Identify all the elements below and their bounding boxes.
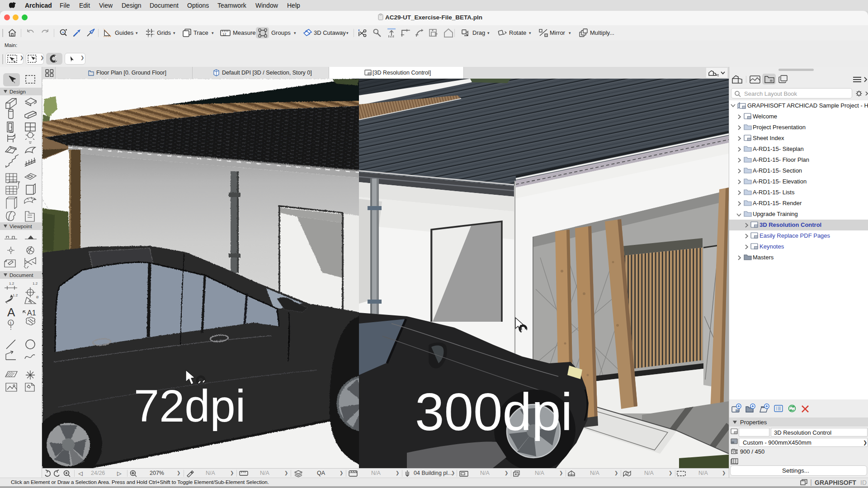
svg-text:300dpi: 300dpi [415, 383, 572, 441]
svg-text:12: 12 [222, 32, 226, 36]
svg-text:A1: A1 [27, 309, 36, 317]
svg-text:1.2: 1.2 [9, 282, 14, 286]
svg-text:Design: Design [9, 89, 26, 94]
svg-text:Document: Document [9, 272, 33, 278]
svg-text:α: α [36, 295, 38, 299]
svg-text:Viewpoint: Viewpoint [9, 224, 32, 229]
svg-text:A: A [7, 305, 15, 319]
svg-text:72dpi: 72dpi [134, 380, 245, 431]
svg-text:1.2: 1.2 [33, 282, 38, 286]
svg-text:1: 1 [9, 321, 12, 325]
svg-text:1.2: 1.2 [13, 293, 18, 297]
